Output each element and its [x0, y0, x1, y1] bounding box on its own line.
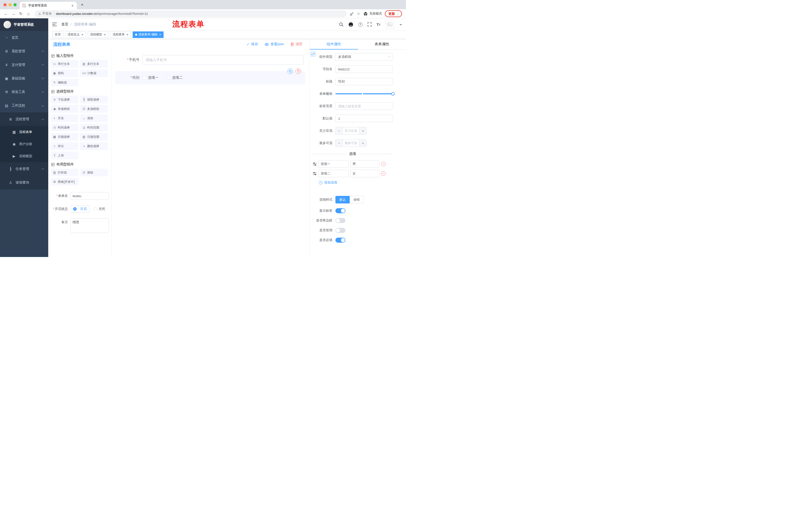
- option-value-input[interactable]: [350, 170, 379, 177]
- tab-close-icon[interactable]: ×: [70, 3, 75, 8]
- tag-process-form-edit[interactable]: 流程表单-编辑 ×: [133, 31, 164, 38]
- tab-form-props[interactable]: 表单属性: [358, 39, 406, 49]
- palette-item-color-picker[interactable]: ◑颜色选择: [80, 142, 108, 150]
- style-default-button[interactable]: 默认: [336, 196, 350, 204]
- tag-close-icon[interactable]: ×: [159, 33, 161, 36]
- tag-close-icon[interactable]: ×: [126, 33, 128, 36]
- grid-slider[interactable]: [336, 90, 393, 98]
- sidebar-item-task-management[interactable]: ┠ 任务管理: [0, 162, 48, 176]
- slider-handle[interactable]: [391, 92, 395, 96]
- checkbox-option-1[interactable]: 选项一: [142, 76, 158, 80]
- decrease-button[interactable]: −: [336, 140, 343, 146]
- phone-input[interactable]: [142, 55, 303, 64]
- window-close-button[interactable]: [3, 3, 6, 6]
- stepper-value[interactable]: 最多可选: [343, 140, 359, 146]
- palette-item-password[interactable]: ▣密码: [51, 70, 78, 77]
- sidebar-item-infrastructure[interactable]: ▣ 基础设施: [0, 72, 48, 85]
- decrease-button[interactable]: −: [336, 127, 343, 134]
- sidebar-item-devtools[interactable]: ⚒ 研发工具: [0, 85, 48, 99]
- tag-process-model[interactable]: 流程模型 ×: [88, 31, 109, 38]
- border-toggle[interactable]: [336, 218, 345, 223]
- increase-button[interactable]: +: [359, 140, 366, 146]
- palette-item-select[interactable]: ⊙下拉选择: [51, 96, 78, 103]
- component-type-select[interactable]: 多选框组: [336, 53, 393, 61]
- sidebar-item-system[interactable]: ⚙ 系统管理: [0, 45, 48, 58]
- option-label-input[interactable]: [318, 170, 348, 177]
- clear-button[interactable]: 清空: [290, 42, 302, 47]
- menu-dots-icon[interactable]: ⋮: [396, 12, 400, 16]
- drag-handle-icon[interactable]: [313, 162, 317, 166]
- increase-button[interactable]: +: [359, 127, 366, 134]
- delete-widget-button[interactable]: [295, 69, 301, 74]
- tag-home[interactable]: 首页: [52, 31, 63, 38]
- option-label-input[interactable]: [318, 160, 348, 168]
- field-phone[interactable]: *手机号: [115, 55, 306, 64]
- app-logo[interactable]: 芋道管理系统: [0, 18, 48, 31]
- tag-process-form[interactable]: 流程表单 ×: [110, 31, 131, 38]
- palette-item-switch[interactable]: ◐开关: [51, 114, 78, 122]
- tag-close-icon[interactable]: ×: [104, 33, 106, 36]
- palette-item-table[interactable]: ⊞表格[开发中]: [51, 178, 78, 186]
- palette-item-date-range[interactable]: ▧日期范围: [80, 133, 108, 141]
- sidebar-item-process-management[interactable]: ≣ 流程管理: [0, 112, 48, 126]
- hamburger-icon[interactable]: [52, 22, 57, 26]
- slider-track[interactable]: [336, 93, 393, 94]
- tab-component-props[interactable]: 组件属性: [310, 39, 358, 49]
- remove-option-button[interactable]: −: [381, 171, 386, 176]
- disabled-toggle[interactable]: [336, 228, 345, 233]
- palette-item-single-text[interactable]: ▭单行文本: [51, 60, 78, 67]
- palette-item-time-range[interactable]: ◶时间范围: [80, 124, 108, 131]
- field-gender-selected[interactable]: *性别 选项一 选项二: [115, 71, 305, 84]
- default-value-input[interactable]: [336, 115, 393, 122]
- back-button[interactable]: ←: [2, 10, 9, 17]
- palette-item-checkbox-group[interactable]: ☑多选框组: [80, 105, 108, 113]
- palette-item-date-picker[interactable]: ▦日期选择: [51, 133, 78, 141]
- window-minimize-button[interactable]: [8, 3, 11, 6]
- key-icon[interactable]: [350, 12, 354, 16]
- browser-tab[interactable]: 芋道管理系统 ×: [20, 2, 77, 9]
- security-indicator[interactable]: ⚠ 不安全: [38, 11, 52, 16]
- font-size-icon[interactable]: TT: [377, 22, 380, 27]
- chrome-update-button[interactable]: 更新 ⋮: [385, 10, 402, 17]
- tag-process-definition[interactable]: 流程定义 ×: [65, 31, 86, 38]
- new-tab-button[interactable]: +: [79, 1, 85, 8]
- palette-item-rate[interactable]: ☆评分: [51, 142, 78, 150]
- palette-item-button[interactable]: ⊡按钮: [80, 169, 108, 176]
- github-icon[interactable]: [348, 22, 353, 27]
- link-icon[interactable]: [311, 52, 316, 57]
- field-name-input[interactable]: [336, 65, 393, 73]
- sidebar-item-process-model[interactable]: ▶ 流程模型: [0, 150, 48, 162]
- palette-item-counter[interactable]: 123计数器: [80, 70, 108, 77]
- add-option-button[interactable]: + 添加选项: [319, 180, 393, 185]
- sidebar-item-leave-query[interactable]: ♙ 请假查询: [0, 176, 48, 189]
- drag-handle-icon[interactable]: [313, 172, 317, 175]
- palette-item-upload[interactable]: ↥上传: [51, 152, 78, 159]
- tag-close-icon[interactable]: ×: [81, 33, 83, 36]
- checkbox-option-2[interactable]: 选项二: [167, 76, 183, 80]
- save-button[interactable]: ✓ 保存: [247, 42, 258, 47]
- stepper-value[interactable]: 至少应选: [343, 127, 359, 134]
- window-zoom-button[interactable]: [13, 3, 17, 6]
- show-label-toggle[interactable]: [336, 208, 345, 213]
- option-value-input[interactable]: [350, 160, 379, 168]
- reload-button[interactable]: ↻: [18, 10, 24, 17]
- sidebar-item-home[interactable]: ◔ 首页: [0, 31, 48, 45]
- home-button[interactable]: ⌂: [25, 10, 32, 17]
- title-input[interactable]: [336, 78, 393, 85]
- palette-item-radio-group[interactable]: ◉单选框组: [51, 105, 78, 113]
- breadcrumb-home[interactable]: 首页: [61, 22, 68, 27]
- forward-button[interactable]: →: [10, 10, 17, 17]
- sidebar-item-user-group[interactable]: ◉ 用户分组: [0, 138, 48, 150]
- sidebar-item-workflow[interactable]: ▤ 工作流程: [0, 99, 48, 112]
- label-width-input[interactable]: [336, 102, 393, 110]
- status-radio-on[interactable]: 开启: [70, 205, 89, 213]
- required-toggle[interactable]: [336, 238, 345, 243]
- view-json-button[interactable]: 查看json: [265, 42, 284, 47]
- help-icon[interactable]: ?: [358, 22, 362, 27]
- search-icon[interactable]: [339, 22, 343, 27]
- remove-option-button[interactable]: −: [381, 162, 386, 166]
- palette-item-slider[interactable]: ↔滑块: [80, 114, 108, 122]
- palette-item-textarea[interactable]: ▤多行文本: [80, 60, 108, 67]
- address-bar[interactable]: ⚠ 不安全 dashboard.yudao.iocoder.cn/bpm/man…: [35, 10, 347, 17]
- palette-item-cascader[interactable]: ┠级联选择: [80, 96, 108, 103]
